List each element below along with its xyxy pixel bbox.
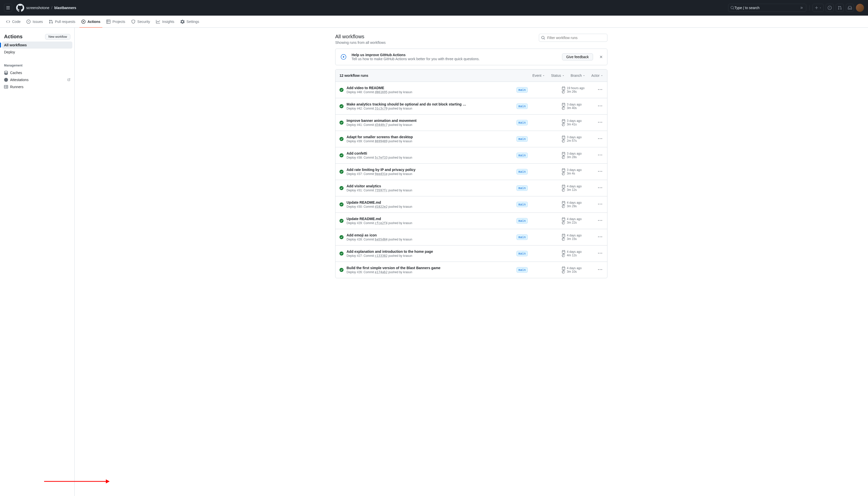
search-box[interactable]: Type / to search (728, 4, 806, 12)
branch-tag[interactable]: main (517, 87, 528, 93)
hamburger-menu[interactable] (4, 4, 12, 12)
branch-tag[interactable]: main (517, 218, 528, 223)
run-menu[interactable] (597, 87, 603, 93)
run-title[interactable]: Add rate limiting by IP and privacy poli… (346, 168, 473, 172)
run-workflow[interactable]: Deploy (346, 221, 356, 225)
run-sha[interactable]: d861695 (375, 90, 388, 94)
branch-tag[interactable]: main (517, 120, 528, 125)
sidebar-deploy[interactable]: Deploy (2, 49, 72, 56)
run-title[interactable]: Add confetti (346, 151, 473, 155)
event-filter[interactable]: Event (532, 74, 545, 78)
command-palette-icon[interactable] (800, 6, 804, 10)
run-user[interactable]: krasun (403, 221, 412, 225)
run-workflow[interactable]: Deploy (346, 270, 356, 274)
nav-code[interactable]: Code (4, 16, 23, 28)
sidebar-all-workflows[interactable]: All workflows (2, 42, 72, 49)
actor-filter[interactable]: Actor (591, 74, 603, 78)
run-sha[interactable]: cfce2f4 (375, 221, 388, 225)
run-workflow[interactable]: Deploy (346, 123, 356, 127)
run-title[interactable]: Add visitor analytics (346, 184, 473, 188)
run-sha[interactable]: d3440c7 (375, 123, 388, 127)
run-title[interactable]: Add explanation and introduction to the … (346, 249, 473, 253)
nav-issues[interactable]: Issues (25, 16, 45, 28)
branch-tag[interactable]: main (517, 185, 528, 191)
run-sha[interactable]: ba55d84 (375, 238, 388, 241)
branch-tag[interactable]: main (517, 136, 528, 142)
sidebar-caches[interactable]: Caches (2, 69, 72, 76)
sidebar-attestations[interactable]: Attestations (2, 76, 72, 83)
new-workflow-button[interactable]: New workflow (45, 34, 70, 40)
run-workflow[interactable]: Deploy (346, 156, 356, 159)
run-title[interactable]: Add video to README (346, 86, 473, 90)
run-menu[interactable] (597, 103, 603, 110)
branch-tag[interactable]: main (517, 234, 528, 240)
notifications-button[interactable] (846, 4, 854, 12)
run-menu[interactable] (597, 218, 603, 224)
run-workflow[interactable]: Deploy (346, 172, 356, 176)
run-menu[interactable] (597, 136, 603, 142)
run-menu[interactable] (597, 185, 603, 191)
run-user[interactable]: krasun (403, 172, 412, 176)
run-sha[interactable]: 8699489 (375, 139, 388, 143)
run-title[interactable]: Adapt for smaller screens than desktop (346, 135, 473, 139)
branch-tag[interactable]: main (517, 251, 528, 256)
run-menu[interactable] (597, 267, 603, 274)
run-user[interactable]: krasun (403, 205, 412, 208)
user-avatar[interactable] (856, 4, 864, 12)
dismiss-button[interactable] (599, 55, 603, 59)
give-feedback-button[interactable]: Give feedback (562, 53, 593, 60)
branch-tag[interactable]: main (517, 267, 528, 273)
run-workflow[interactable]: Deploy (346, 189, 356, 192)
run-sha[interactable]: c133382 (375, 254, 388, 258)
run-user[interactable]: krasun (403, 123, 412, 127)
run-title[interactable]: Update README.md (346, 217, 473, 221)
run-workflow[interactable]: Deploy (346, 205, 356, 208)
breadcrumb-org[interactable]: screenshotone (26, 6, 49, 10)
run-sha[interactable]: d1822e2 (375, 205, 388, 208)
branch-filter[interactable]: Branch (571, 74, 585, 78)
nav-security[interactable]: Security (129, 16, 152, 28)
filter-runs[interactable] (539, 34, 608, 42)
run-title[interactable]: Improve banner animation and movement (346, 119, 473, 123)
run-title[interactable]: Add emoji as icon (346, 233, 473, 237)
run-title[interactable]: Update README.md (346, 200, 473, 204)
run-sha[interactable]: e174ab2 (375, 270, 388, 274)
run-title[interactable]: Make analytics tracking should be option… (346, 102, 473, 106)
nav-projects[interactable]: Projects (104, 16, 127, 28)
run-user[interactable]: krasun (403, 238, 412, 241)
branch-tag[interactable]: main (517, 169, 528, 174)
run-workflow[interactable]: Deploy (346, 90, 356, 94)
nav-insights[interactable]: Insights (154, 16, 176, 28)
run-user[interactable]: krasun (403, 139, 412, 143)
run-user[interactable]: krasun (403, 270, 412, 274)
filter-input[interactable] (547, 36, 605, 40)
branch-tag[interactable]: main (517, 202, 528, 207)
run-user[interactable]: krasun (403, 189, 412, 192)
run-menu[interactable] (597, 119, 603, 126)
branch-tag[interactable]: main (517, 104, 528, 109)
github-logo[interactable] (16, 4, 24, 12)
run-sha[interactable]: 31c3c79 (375, 107, 388, 110)
status-filter[interactable]: Status (551, 74, 565, 78)
run-menu[interactable] (597, 250, 603, 257)
run-user[interactable]: krasun (403, 156, 412, 159)
pulls-button[interactable] (836, 4, 844, 12)
branch-tag[interactable]: main (517, 153, 528, 158)
issues-button[interactable] (826, 4, 834, 12)
run-sha[interactable]: 73597fc (375, 189, 388, 192)
sidebar-runners[interactable]: Runners (2, 83, 72, 90)
run-workflow[interactable]: Deploy (346, 238, 356, 241)
run-sha[interactable]: 5c7ef33 (375, 156, 388, 159)
nav-pulls[interactable]: Pull requests (47, 16, 77, 28)
run-title[interactable]: Build the first simple version of the Bl… (346, 266, 473, 270)
create-new-button[interactable] (812, 4, 824, 12)
nav-actions[interactable]: Actions (79, 16, 102, 28)
run-user[interactable]: krasun (403, 107, 412, 110)
run-menu[interactable] (597, 201, 603, 208)
run-menu[interactable] (597, 234, 603, 241)
run-user[interactable]: krasun (403, 254, 412, 258)
run-workflow[interactable]: Deploy (346, 107, 356, 110)
nav-settings[interactable]: Settings (178, 16, 201, 28)
run-menu[interactable] (597, 152, 603, 159)
run-workflow[interactable]: Deploy (346, 139, 356, 143)
